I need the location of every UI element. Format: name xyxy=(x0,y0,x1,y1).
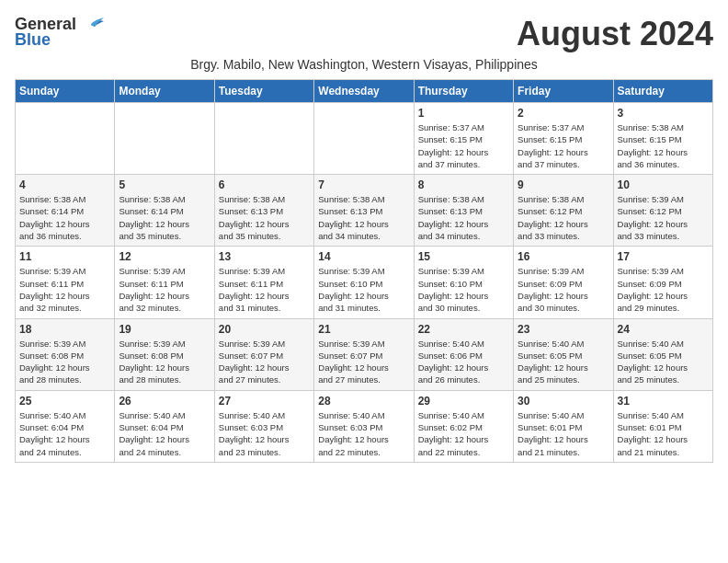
week-row-1: 1Sunrise: 5:37 AM Sunset: 6:15 PM Daylig… xyxy=(16,103,713,175)
week-row-4: 18Sunrise: 5:39 AM Sunset: 6:08 PM Dayli… xyxy=(16,318,713,390)
day-info: Sunrise: 5:40 AM Sunset: 6:01 PM Dayligh… xyxy=(618,409,709,458)
title-block: August 2024 xyxy=(517,15,713,53)
day-number: 20 xyxy=(219,323,310,336)
day-info: Sunrise: 5:38 AM Sunset: 6:15 PM Dayligh… xyxy=(618,121,709,170)
day-number: 7 xyxy=(318,178,409,191)
day-cell: 17Sunrise: 5:39 AM Sunset: 6:09 PM Dayli… xyxy=(613,247,712,318)
day-info: Sunrise: 5:39 AM Sunset: 6:11 PM Dayligh… xyxy=(19,265,110,314)
day-number: 11 xyxy=(19,250,110,263)
day-cell: 30Sunrise: 5:40 AM Sunset: 6:01 PM Dayli… xyxy=(514,390,613,462)
day-number: 12 xyxy=(119,250,210,263)
day-info: Sunrise: 5:40 AM Sunset: 6:04 PM Dayligh… xyxy=(19,409,110,458)
col-header-wednesday: Wednesday xyxy=(314,80,414,103)
col-header-tuesday: Tuesday xyxy=(214,80,313,103)
day-cell xyxy=(16,103,115,175)
day-info: Sunrise: 5:40 AM Sunset: 6:01 PM Dayligh… xyxy=(518,409,609,458)
day-info: Sunrise: 5:40 AM Sunset: 6:03 PM Dayligh… xyxy=(219,409,310,458)
day-info: Sunrise: 5:40 AM Sunset: 6:05 PM Dayligh… xyxy=(518,338,609,386)
day-cell: 4Sunrise: 5:38 AM Sunset: 6:14 PM Daylig… xyxy=(16,175,115,247)
day-cell: 27Sunrise: 5:40 AM Sunset: 6:03 PM Dayli… xyxy=(214,390,313,462)
day-info: Sunrise: 5:38 AM Sunset: 6:13 PM Dayligh… xyxy=(318,193,409,242)
day-info: Sunrise: 5:40 AM Sunset: 6:03 PM Dayligh… xyxy=(318,409,409,458)
day-cell: 9Sunrise: 5:38 AM Sunset: 6:12 PM Daylig… xyxy=(514,175,613,247)
day-number: 29 xyxy=(418,395,509,408)
day-info: Sunrise: 5:38 AM Sunset: 6:13 PM Dayligh… xyxy=(219,193,310,242)
day-number: 27 xyxy=(219,395,310,408)
logo: General Blue xyxy=(15,15,104,50)
day-number: 16 xyxy=(518,250,609,263)
day-info: Sunrise: 5:38 AM Sunset: 6:13 PM Dayligh… xyxy=(418,193,509,242)
day-number: 10 xyxy=(618,178,709,191)
day-cell: 19Sunrise: 5:39 AM Sunset: 6:08 PM Dayli… xyxy=(115,318,214,390)
day-cell: 20Sunrise: 5:39 AM Sunset: 6:07 PM Dayli… xyxy=(214,318,313,390)
logo-blue-text: Blue xyxy=(15,30,51,50)
day-cell xyxy=(314,103,414,175)
day-info: Sunrise: 5:39 AM Sunset: 6:10 PM Dayligh… xyxy=(318,265,409,314)
day-cell xyxy=(115,103,214,175)
day-number: 23 xyxy=(518,323,609,336)
col-header-sunday: Sunday xyxy=(16,80,115,103)
day-cell: 22Sunrise: 5:40 AM Sunset: 6:06 PM Dayli… xyxy=(414,318,513,390)
day-number: 4 xyxy=(19,178,110,191)
day-number: 2 xyxy=(518,107,609,120)
day-cell: 14Sunrise: 5:39 AM Sunset: 6:10 PM Dayli… xyxy=(314,247,414,318)
day-info: Sunrise: 5:39 AM Sunset: 6:07 PM Dayligh… xyxy=(219,338,310,386)
day-cell: 6Sunrise: 5:38 AM Sunset: 6:13 PM Daylig… xyxy=(214,175,313,247)
day-number: 28 xyxy=(318,395,409,408)
day-info: Sunrise: 5:39 AM Sunset: 6:08 PM Dayligh… xyxy=(19,338,110,386)
day-cell: 24Sunrise: 5:40 AM Sunset: 6:05 PM Dayli… xyxy=(613,318,712,390)
day-cell: 3Sunrise: 5:38 AM Sunset: 6:15 PM Daylig… xyxy=(613,103,712,175)
day-number: 25 xyxy=(19,395,110,408)
day-number: 6 xyxy=(219,178,310,191)
day-info: Sunrise: 5:40 AM Sunset: 6:05 PM Dayligh… xyxy=(618,338,709,386)
day-number: 8 xyxy=(418,178,509,191)
day-cell: 16Sunrise: 5:39 AM Sunset: 6:09 PM Dayli… xyxy=(514,247,613,318)
day-cell: 18Sunrise: 5:39 AM Sunset: 6:08 PM Dayli… xyxy=(16,318,115,390)
day-number: 1 xyxy=(418,107,509,120)
day-number: 24 xyxy=(618,323,709,336)
day-cell: 28Sunrise: 5:40 AM Sunset: 6:03 PM Dayli… xyxy=(314,390,414,462)
day-number: 19 xyxy=(119,323,210,336)
day-info: Sunrise: 5:38 AM Sunset: 6:14 PM Dayligh… xyxy=(19,193,110,242)
day-number: 31 xyxy=(618,395,709,408)
col-header-friday: Friday xyxy=(514,80,613,103)
day-number: 18 xyxy=(19,323,110,336)
day-info: Sunrise: 5:40 AM Sunset: 6:02 PM Dayligh… xyxy=(418,409,509,458)
col-header-thursday: Thursday xyxy=(414,80,513,103)
day-cell: 8Sunrise: 5:38 AM Sunset: 6:13 PM Daylig… xyxy=(414,175,513,247)
day-cell: 29Sunrise: 5:40 AM Sunset: 6:02 PM Dayli… xyxy=(414,390,513,462)
day-info: Sunrise: 5:40 AM Sunset: 6:06 PM Dayligh… xyxy=(418,338,509,386)
day-cell xyxy=(214,103,313,175)
logo-bird-icon xyxy=(78,16,104,34)
day-cell: 11Sunrise: 5:39 AM Sunset: 6:11 PM Dayli… xyxy=(16,247,115,318)
day-cell: 1Sunrise: 5:37 AM Sunset: 6:15 PM Daylig… xyxy=(414,103,513,175)
day-cell: 15Sunrise: 5:39 AM Sunset: 6:10 PM Dayli… xyxy=(414,247,513,318)
header-row: SundayMondayTuesdayWednesdayThursdayFrid… xyxy=(16,80,713,103)
day-info: Sunrise: 5:39 AM Sunset: 6:08 PM Dayligh… xyxy=(119,338,210,386)
day-number: 13 xyxy=(219,250,310,263)
day-cell: 10Sunrise: 5:39 AM Sunset: 6:12 PM Dayli… xyxy=(613,175,712,247)
day-cell: 13Sunrise: 5:39 AM Sunset: 6:11 PM Dayli… xyxy=(214,247,313,318)
day-cell: 31Sunrise: 5:40 AM Sunset: 6:01 PM Dayli… xyxy=(613,390,712,462)
week-row-2: 4Sunrise: 5:38 AM Sunset: 6:14 PM Daylig… xyxy=(16,175,713,247)
day-info: Sunrise: 5:37 AM Sunset: 6:15 PM Dayligh… xyxy=(418,121,509,170)
day-cell: 21Sunrise: 5:39 AM Sunset: 6:07 PM Dayli… xyxy=(314,318,414,390)
day-cell: 7Sunrise: 5:38 AM Sunset: 6:13 PM Daylig… xyxy=(314,175,414,247)
day-number: 9 xyxy=(518,178,609,191)
day-info: Sunrise: 5:39 AM Sunset: 6:09 PM Dayligh… xyxy=(618,265,709,314)
week-row-3: 11Sunrise: 5:39 AM Sunset: 6:11 PM Dayli… xyxy=(16,247,713,318)
day-info: Sunrise: 5:39 AM Sunset: 6:12 PM Dayligh… xyxy=(618,193,709,242)
day-number: 15 xyxy=(418,250,509,263)
day-number: 5 xyxy=(119,178,210,191)
day-cell: 26Sunrise: 5:40 AM Sunset: 6:04 PM Dayli… xyxy=(115,390,214,462)
col-header-saturday: Saturday xyxy=(613,80,712,103)
day-cell: 12Sunrise: 5:39 AM Sunset: 6:11 PM Dayli… xyxy=(115,247,214,318)
week-row-5: 25Sunrise: 5:40 AM Sunset: 6:04 PM Dayli… xyxy=(16,390,713,462)
header: General Blue August 2024 xyxy=(15,15,713,53)
subtitle: Brgy. Mabilo, New Washington, Western Vi… xyxy=(15,57,713,72)
day-number: 26 xyxy=(119,395,210,408)
day-cell: 2Sunrise: 5:37 AM Sunset: 6:15 PM Daylig… xyxy=(514,103,613,175)
day-info: Sunrise: 5:39 AM Sunset: 6:10 PM Dayligh… xyxy=(418,265,509,314)
day-number: 30 xyxy=(518,395,609,408)
day-cell: 23Sunrise: 5:40 AM Sunset: 6:05 PM Dayli… xyxy=(514,318,613,390)
